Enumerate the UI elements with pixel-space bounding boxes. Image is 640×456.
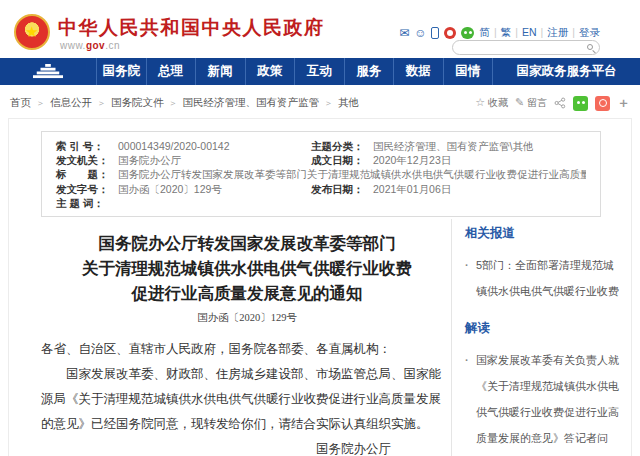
wechat-share-icon[interactable] — [573, 96, 588, 111]
breadcrumb-info-disclosure[interactable]: 信息公开 — [50, 96, 92, 110]
lang-en-link[interactable]: EN — [522, 26, 537, 38]
tiananmen-home-icon — [33, 64, 63, 79]
nav-item-policy[interactable]: 政策 — [245, 58, 295, 85]
breadcrumb-row: 首页 ＞ 信息公开 ＞ 国务院文件 ＞ 国民经济管理、国有资产监管 ＞ 其他 ☆… — [0, 92, 640, 114]
index-number-label: 索 引 号： — [56, 139, 118, 153]
meta-row: 发文机关： 国务院办公厅 成文日期： 2020年12月23日 — [56, 153, 586, 167]
favorite-button[interactable]: ☆ 收藏 — [475, 96, 508, 110]
publish-date-value: 2021年01月06日 — [373, 182, 451, 196]
search-icon[interactable] — [587, 44, 593, 50]
nav-home-button[interactable] — [0, 58, 96, 85]
index-number-value: 000014349/2020-00142 — [118, 139, 230, 153]
breadcrumb-separator: ＞ — [324, 97, 333, 110]
search-input[interactable] — [461, 41, 579, 54]
national-emblem-logo: ★ — [14, 14, 50, 50]
document-body: 各省、自治区、直辖市人民政府，国务院各部委、各直属机构： 国家发展改革委、财政部… — [41, 337, 453, 437]
issuing-agency-label: 发文机关： — [56, 153, 118, 167]
nav-item-state-council[interactable]: 国务院 — [96, 58, 146, 85]
doc-number-label: 发文字号： — [56, 182, 118, 196]
breadcrumb-separator: ＞ — [36, 97, 45, 110]
pencil-icon: ✎ — [515, 96, 524, 108]
meta-row: 索 引 号： 000014349/2020-00142 主题分类： 国民经济管理… — [56, 139, 586, 153]
lang-divider: | — [515, 26, 518, 38]
signer-name: 国务院办公厅 — [41, 437, 391, 456]
search-box — [452, 40, 600, 55]
url-gov: gov — [86, 40, 105, 51]
site-title: 中华人民共和国中央人民政府 — [58, 15, 325, 41]
doc-number-value: 国办函〔2020〕129号 — [118, 182, 222, 196]
lang-traditional-link[interactable]: 繁 — [501, 26, 512, 38]
site-header: ★ 中华人民共和国中央人民政府 www.gov.cn ✉ ☺ 简|繁|EN|注册… — [0, 0, 640, 58]
document-title-line3: 促进行业高质量发展意见的通知 — [41, 281, 453, 306]
title-value: 国务院办公厅转发国家发展改革委等部门关于清理规范城镇供水供电供气供暖行业收费促进… — [118, 167, 586, 181]
breadcrumb-home[interactable]: 首页 — [10, 96, 31, 110]
mobile-icon[interactable] — [431, 27, 439, 39]
comment-label: 留言 — [527, 97, 547, 108]
sidebar-divider — [451, 219, 452, 456]
document-title-line1: 国务院办公厅转发国家发展改革委等部门 — [41, 231, 453, 256]
page-actions: ☆ 收藏 ✎ 留言 ＋ — [475, 94, 630, 112]
nav-item-interaction[interactable]: 互动 — [294, 58, 344, 85]
breadcrumb-other[interactable]: 其他 — [338, 96, 359, 110]
emoticon-icon[interactable]: ☺ — [414, 27, 426, 39]
subject-category-value: 国民经济管理、国有资产监管\其他 — [373, 139, 533, 153]
register-link[interactable]: 注册 — [547, 26, 568, 38]
lang-simplified-link[interactable]: 简 — [479, 26, 490, 38]
subject-category-label: 主题分类： — [311, 139, 373, 153]
comment-button[interactable]: ✎ 留言 — [515, 96, 547, 110]
lang-divider: | — [541, 26, 544, 38]
document-paragraph: 国家发展改革委、财政部、住房城乡建设部、市场监管总局、国家能源局《关于清理规范城… — [41, 362, 453, 437]
nav-item-services[interactable]: 服务 — [344, 58, 394, 85]
lang-divider: | — [494, 26, 497, 38]
login-link[interactable]: 登录 — [579, 26, 600, 38]
emblem-star-icon: ★ — [25, 24, 38, 39]
document-title-line2: 关于清理规范城镇供水供电供气供暖行业收费 — [41, 256, 453, 281]
document-meta-table: 索 引 号： 000014349/2020-00142 主题分类： 国民经济管理… — [41, 131, 601, 217]
sidebar: 相关报道 5部门：全面部署清理规范城镇供水供电供气供暖行业收费 解读 国家发展改… — [465, 225, 625, 451]
weibo-icon[interactable] — [444, 27, 456, 39]
written-date-label: 成文日期： — [311, 153, 373, 167]
document-signature: 国务院办公厅 2020年12月23日 — [41, 437, 453, 456]
meta-row: 标 题： 国务院办公厅转发国家发展改革委等部门关于清理规范城镇供水供电供气供暖行… — [56, 167, 586, 181]
keywords-label: 主 题 词： — [56, 196, 118, 210]
star-icon: ☆ — [475, 96, 485, 108]
email-icon[interactable]: ✉ — [399, 27, 409, 39]
publish-date-label: 发布日期： — [311, 182, 373, 196]
nav-item-news[interactable]: 新闻 — [195, 58, 245, 85]
breadcrumb-state-council-docs[interactable]: 国务院文件 — [111, 96, 164, 110]
document-title: 国务院办公厅转发国家发展改革委等部门 关于清理规范城镇供水供电供气供暖行业收费 … — [41, 231, 453, 306]
share-icon[interactable] — [554, 97, 566, 109]
document-salutation: 各省、自治区、直辖市人民政府，国务院各部委、各直属机构： — [41, 337, 453, 362]
main-container: 索 引 号： 000014349/2020-00142 主题分类： 国民经济管理… — [8, 118, 632, 456]
breadcrumb-separator: ＞ — [169, 97, 178, 110]
lang-divider: | — [572, 26, 575, 38]
issuing-agency-value: 国务院办公厅 — [118, 153, 181, 167]
breadcrumb-category[interactable]: 国民经济管理、国有资产监管 — [183, 96, 320, 110]
nav-item-national-profile[interactable]: 国情 — [443, 58, 493, 85]
related-report-link[interactable]: 5部门：全面部署清理规范城镇供水供电供气供暖行业收费 — [465, 252, 625, 304]
related-reports-heading: 相关报道 — [465, 225, 625, 242]
nav-item-gov-service-platform[interactable]: 国家政务服务平台 — [492, 58, 640, 85]
url-www: www. — [60, 40, 86, 51]
document-number: 国办函〔2020〕129号 — [41, 311, 453, 325]
favorite-label: 收藏 — [488, 97, 508, 108]
nav-item-data[interactable]: 数据 — [393, 58, 443, 85]
written-date-value: 2020年12月23日 — [373, 153, 451, 167]
url-cn: .cn — [105, 40, 120, 51]
more-share-button[interactable]: ＋ — [617, 94, 630, 112]
document-content: 国务院办公厅转发国家发展改革委等部门 关于清理规范城镇供水供电供气供暖行业收费 … — [41, 231, 453, 456]
site-url: www.gov.cn — [60, 40, 120, 51]
interpretation-heading: 解读 — [465, 320, 625, 337]
meta-row: 发文字号： 国办函〔2020〕129号 发布日期： 2021年01月06日 — [56, 182, 586, 196]
breadcrumb: 首页 ＞ 信息公开 ＞ 国务院文件 ＞ 国民经济管理、国有资产监管 ＞ 其他 — [10, 96, 359, 110]
interpretation-link[interactable]: 国家发展改革委有关负责人就《关于清理规范城镇供水供电供气供暖行业收费促进行业高质… — [465, 347, 625, 451]
breadcrumb-separator: ＞ — [97, 97, 106, 110]
main-nav: 国务院 总理 新闻 政策 互动 服务 数据 国情 国家政务服务平台 — [0, 58, 640, 85]
nav-item-premier[interactable]: 总理 — [146, 58, 196, 85]
header-toolbar: ✉ ☺ 简|繁|EN|注册|登录 — [399, 26, 600, 40]
meta-row: 主 题 词： — [56, 196, 586, 210]
wechat-icon[interactable] — [461, 27, 474, 39]
weibo-share-icon[interactable] — [595, 96, 610, 111]
language-links: 简|繁|EN|注册|登录 — [479, 26, 600, 40]
title-label: 标 题： — [56, 167, 118, 181]
